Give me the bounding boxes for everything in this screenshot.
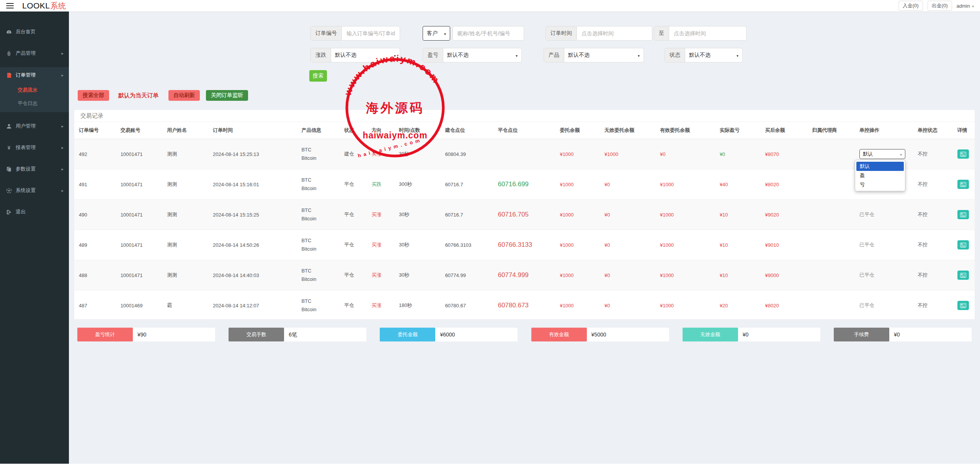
chevron-down-icon: [394, 52, 396, 58]
sidebar-item-close-log[interactable]: 平仓日志: [0, 97, 69, 110]
detail-button[interactable]: [957, 271, 969, 280]
sidebar-item-orders[interactable]: 订单管理▸: [0, 67, 69, 83]
column-header-15: 归属代理商: [807, 122, 855, 139]
sidebar-item-users[interactable]: 用户管理▸: [0, 118, 69, 134]
cell-detail: [953, 260, 975, 290]
withdraw-button[interactable]: 出金(0): [928, 1, 952, 11]
column-header-7: 时间/点数: [394, 122, 441, 139]
time-to-group: 至: [654, 26, 746, 41]
cell-open-price: 60766.3103: [441, 230, 493, 260]
cell-agent: [807, 200, 855, 230]
cell-invalid-entrust-balance: ¥0: [600, 260, 655, 290]
cell-valid-entrust-balance: ¥1000: [655, 260, 715, 290]
auto-refresh-button[interactable]: 自动刷新: [168, 90, 200, 101]
cell-order-time: 2024-08-14 14:12:07: [208, 290, 297, 321]
chevron-right-icon: ▸: [61, 188, 64, 193]
sidebar-item-label: 退出: [16, 208, 26, 215]
time-to-input[interactable]: [669, 26, 746, 40]
sidebar-item-trade-flow[interactable]: 交易流水: [0, 83, 69, 97]
column-header-14: 买后余额: [761, 122, 808, 139]
cell-after-balance: ¥8070: [761, 139, 808, 169]
copy-icon: [5, 166, 12, 172]
product-symbol: BTC: [301, 176, 338, 184]
sidebar-item-logout[interactable]: 退出: [0, 204, 69, 220]
cell-invalid-entrust-balance: ¥0: [600, 230, 655, 260]
column-header-12: 有效委托余额: [655, 122, 715, 139]
dropdown-option[interactable]: 亏: [856, 180, 904, 189]
close-order-monitor-button[interactable]: 关闭订单监听: [206, 90, 248, 101]
brand-suffix: 系统: [51, 1, 66, 11]
cell-product-info: BTCBitcoin: [297, 169, 340, 200]
order-no-input[interactable]: [342, 26, 400, 40]
column-header-2: 用户姓名: [162, 122, 208, 139]
to-label: 至: [654, 26, 669, 40]
chevron-right-icon: ▸: [61, 167, 64, 172]
svg-text:¥: ¥: [7, 145, 10, 151]
user-menu[interactable]: admin: [957, 3, 974, 9]
cell-open-price: 60716.7: [441, 169, 493, 200]
cell-close-price: 60716.699: [493, 169, 555, 200]
summary-value: ¥0: [738, 328, 820, 341]
product-symbol: BTC: [301, 297, 338, 305]
detail-button[interactable]: [957, 180, 969, 189]
customer-select[interactable]: 客户: [423, 26, 450, 41]
user-name: admin: [957, 3, 970, 9]
profit-loss-select[interactable]: 默认不选: [443, 48, 521, 62]
cell-user-name: 测测: [162, 139, 208, 169]
cell-entrust-balance: ¥1000: [555, 200, 600, 230]
cell-direction: 买涨: [367, 139, 394, 169]
search-form-row-2: 涨跌 默认不选 盈亏 默认不选 产品 默认不选 状态 默认不选: [310, 48, 743, 62]
control-closed-label: 已平仓: [859, 272, 874, 278]
hamburger-menu-icon[interactable]: [6, 3, 14, 8]
cell-control: 已平仓: [855, 290, 913, 321]
cell-duration: 300秒: [394, 169, 441, 200]
sidebar-item-system[interactable]: 系统设置▸: [0, 183, 69, 198]
deposit-button[interactable]: 入金(0): [898, 1, 923, 11]
sidebar-item-params[interactable]: 参数设置▸: [0, 161, 69, 177]
control-select-value: 默认: [863, 151, 873, 158]
dropdown-option[interactable]: 默认: [856, 162, 904, 171]
column-header-18: 详情: [953, 122, 975, 139]
control-select[interactable]: 默认: [859, 149, 905, 159]
status-select[interactable]: 默认不选: [685, 48, 742, 62]
customer-keyword-input[interactable]: [453, 26, 524, 40]
summary-value: ¥6000: [435, 328, 518, 341]
cell-control-status: 不控: [913, 169, 953, 200]
product-symbol: BTC: [301, 267, 338, 275]
sidebar-item-label: 系统设置: [16, 187, 36, 194]
cell-entrust-balance: ¥1000: [555, 169, 600, 200]
cell-valid-entrust-balance: ¥0: [655, 139, 715, 169]
svg-text:B: B: [7, 51, 10, 56]
order-no-label: 订单编号: [311, 26, 342, 40]
product-select[interactable]: 默认不选: [564, 48, 644, 62]
search-all-button[interactable]: 搜索全部: [78, 90, 109, 101]
cell-entrust-balance: ¥1000: [555, 290, 600, 321]
detail-button[interactable]: [957, 301, 969, 310]
detail-button[interactable]: [957, 149, 969, 159]
cell-user-name: 霸: [162, 290, 208, 321]
cell-state: 平仓: [340, 260, 367, 290]
cell-open-price: 60804.39: [441, 139, 493, 169]
status-label: 状态: [665, 48, 685, 62]
updown-select[interactable]: 默认不选: [331, 48, 400, 62]
logout-icon: [5, 209, 12, 215]
sidebar-item-products[interactable]: B产品管理▸: [0, 46, 69, 61]
chevron-down-icon: [737, 52, 738, 58]
profit-loss-label: 盈亏: [423, 48, 443, 62]
cell-state: 平仓: [340, 169, 367, 200]
sidebar-item-dashboard[interactable]: 后台首页: [0, 24, 69, 39]
cell-order-time: 2024-08-14 14:50:26: [208, 230, 297, 260]
detail-button[interactable]: [957, 210, 969, 219]
sidebar-item-label: 报表管理: [16, 144, 36, 151]
cell-direction: 买跌: [367, 169, 394, 200]
summary-label: 手续费: [834, 328, 889, 341]
summary-label: 交易手数: [229, 328, 284, 341]
time-from-input[interactable]: [577, 26, 652, 40]
status-group: 状态 默认不选: [665, 48, 743, 62]
cell-user-name: 测测: [162, 230, 208, 260]
sidebar-item-reports[interactable]: ¥报表管理▸: [0, 140, 69, 155]
dropdown-option[interactable]: 盈: [856, 171, 904, 180]
detail-button[interactable]: [957, 240, 969, 249]
search-button[interactable]: 搜索: [309, 70, 327, 82]
product-name: Bitcoin: [301, 154, 338, 162]
